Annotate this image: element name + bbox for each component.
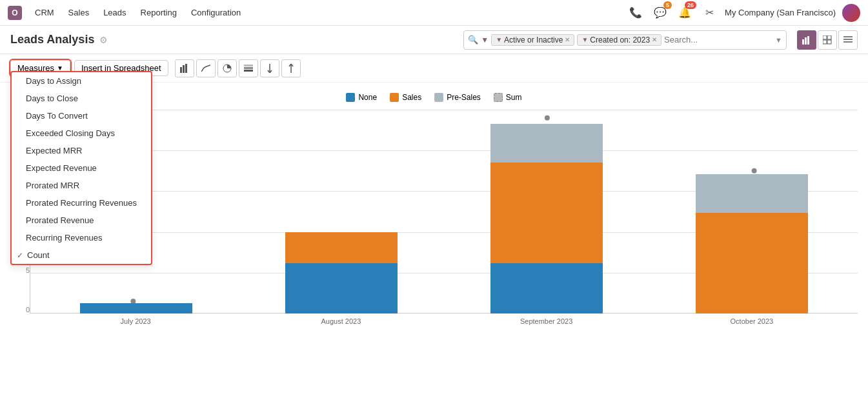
search-dropdown-icon[interactable]: ▼	[775, 36, 782, 44]
dropdown-item-recurring-revenues[interactable]: Recurring Revenues	[12, 229, 151, 246]
bar-chart-view-btn[interactable]	[797, 30, 816, 50]
nav-configuration[interactable]: Configuration	[188, 8, 243, 17]
legend-sales-color	[390, 93, 399, 102]
app-logo[interactable]: O	[8, 6, 22, 20]
dropdown-item-days-convert[interactable]: Days To Convert	[12, 107, 151, 124]
search-bar: 🔍 ▼ ▼ Active or Inactive ✕ ▼ Created on:…	[463, 30, 787, 50]
dropdown-item-expected-revenue[interactable]: Expected Revenue	[12, 159, 151, 177]
svg-rect-16	[244, 65, 253, 66]
x-label-october: October 2023	[649, 317, 854, 325]
svg-rect-10	[180, 67, 182, 73]
filter-tag-label: Active or Inactive	[504, 35, 563, 45]
dropdown-item-expected-mrr[interactable]: Expected MRR	[12, 142, 151, 159]
filter-active-inactive[interactable]: ▼ Active or Inactive ✕	[491, 34, 574, 46]
chart-desc-btn[interactable]	[281, 59, 301, 77]
legend-presales-color	[434, 93, 443, 102]
bar-stack-september	[490, 124, 603, 313]
cut-icon[interactable]: ✂	[700, 4, 718, 22]
bar-groups	[30, 110, 858, 313]
dropdown-item-count[interactable]: Count	[12, 246, 151, 264]
svg-rect-5	[823, 40, 827, 44]
legend-sales-label: Sales	[402, 93, 421, 102]
settings-gear-icon[interactable]: ⚙	[99, 35, 108, 45]
bar-stack-october	[696, 174, 809, 313]
x-label-september: September 2023	[444, 317, 649, 325]
pivot-view-btn[interactable]	[818, 30, 837, 50]
dropdown-item-prorated-recurring[interactable]: Prorated Recurring Revenues	[12, 194, 151, 212]
svg-rect-2	[807, 36, 809, 45]
legend-presales: Pre-Sales	[434, 93, 481, 102]
x-label-august: August 2023	[238, 317, 443, 325]
bars-container: July 2023 August 2023 September 2023 Oct…	[30, 110, 858, 329]
chart-asc-btn[interactable]	[260, 59, 279, 77]
legend-sales: Sales	[390, 93, 421, 102]
filter-created-on[interactable]: ▼ Created on: 2023 ✕	[577, 34, 661, 46]
search-icon: 🔍	[468, 35, 478, 45]
top-navigation: O CRM Sales Leads Reporting Configuratio…	[0, 0, 868, 26]
chat-icon[interactable]: 💬 5	[651, 4, 669, 22]
phone-icon[interactable]: 📞	[627, 4, 645, 22]
company-name[interactable]: My Company (San Francisco)	[725, 8, 836, 17]
chart-pie-btn[interactable]	[217, 59, 237, 77]
legend-sum-label: Sum	[506, 93, 522, 102]
legend-presales-label: Pre-Sales	[447, 93, 481, 102]
chart-bar-btn[interactable]	[175, 59, 194, 77]
bar-segment-presales-sep	[490, 124, 603, 163]
bell-icon[interactable]: 🔔 26	[676, 4, 694, 22]
filter-remove-icon[interactable]: ✕	[565, 36, 570, 43]
bell-badge: 26	[685, 1, 696, 9]
page-title: Leads Analysis	[10, 33, 94, 46]
bar-stack-july	[80, 303, 193, 313]
svg-rect-0	[802, 39, 804, 45]
nav-reporting[interactable]: Reporting	[138, 8, 179, 17]
nav-sales[interactable]: Sales	[66, 8, 92, 17]
bar-group-october	[649, 110, 854, 313]
bar-segment-none-august	[285, 263, 398, 313]
svg-rect-12	[185, 64, 187, 73]
bar-segment-none-july	[80, 303, 193, 313]
legend-none: None	[346, 93, 377, 102]
filter-icon-created: ▼	[581, 36, 588, 43]
filter-icon-active: ▼	[496, 36, 502, 43]
nav-leads[interactable]: Leads	[101, 8, 128, 17]
search-input[interactable]	[664, 35, 772, 45]
bar-stack-august	[285, 232, 398, 313]
svg-rect-14	[244, 70, 253, 72]
bar-segment-sales-oct	[696, 213, 809, 313]
nav-crm[interactable]: CRM	[32, 8, 57, 17]
user-avatar[interactable]	[842, 4, 860, 22]
bar-group-september	[444, 110, 649, 313]
legend-none-label: None	[358, 93, 377, 102]
dropdown-item-prorated-mrr[interactable]: Prorated MRR	[12, 177, 151, 194]
dropdown-item-prorated-revenue[interactable]: Prorated Revenue	[12, 212, 151, 229]
svg-rect-3	[823, 35, 827, 39]
x-axis-labels: July 2023 August 2023 September 2023 Oct…	[30, 313, 858, 329]
x-label-july: July 2023	[33, 317, 238, 325]
chart-stacked-btn[interactable]	[239, 59, 258, 77]
chart-line-btn[interactable]	[196, 59, 216, 77]
measures-dropdown: Days to Assign Days to Close Days To Con…	[10, 71, 152, 265]
view-mode-buttons	[797, 30, 858, 50]
list-view-btn[interactable]	[838, 30, 858, 50]
svg-rect-1	[805, 37, 807, 45]
filter-remove-icon-2[interactable]: ✕	[652, 36, 657, 43]
filter-funnel-icon[interactable]: ▼	[481, 35, 489, 45]
nav-menu: CRM Sales Leads Reporting Configuration	[32, 8, 243, 17]
bar-segment-sales-august	[285, 232, 398, 263]
chat-badge: 5	[663, 1, 672, 9]
dropdown-item-days-assign[interactable]: Days to Assign	[12, 72, 151, 90]
svg-rect-15	[244, 67, 253, 69]
page-header: Leads Analysis ⚙ 🔍 ▼ ▼ Active or Inactiv…	[0, 26, 868, 54]
main-content: Measures ▼ Insert in Spreadsheet	[0, 54, 868, 364]
legend-sum: Sum	[494, 93, 522, 102]
legend-sum-color	[494, 93, 503, 102]
svg-rect-11	[183, 65, 185, 73]
bar-segment-sales-sep	[490, 163, 603, 263]
bar-segment-none-sep	[490, 263, 603, 313]
filter-tag-label-2: Created on: 2023	[590, 35, 650, 45]
svg-rect-4	[827, 35, 831, 39]
dropdown-item-exceeded-closing[interactable]: Exceeded Closing Days	[12, 124, 151, 142]
dropdown-item-days-close[interactable]: Days to Close	[12, 90, 151, 107]
bar-segment-presales-oct	[696, 174, 809, 213]
nav-right: 📞 💬 5 🔔 26 ✂ My Company (San Francisco)	[627, 4, 860, 22]
